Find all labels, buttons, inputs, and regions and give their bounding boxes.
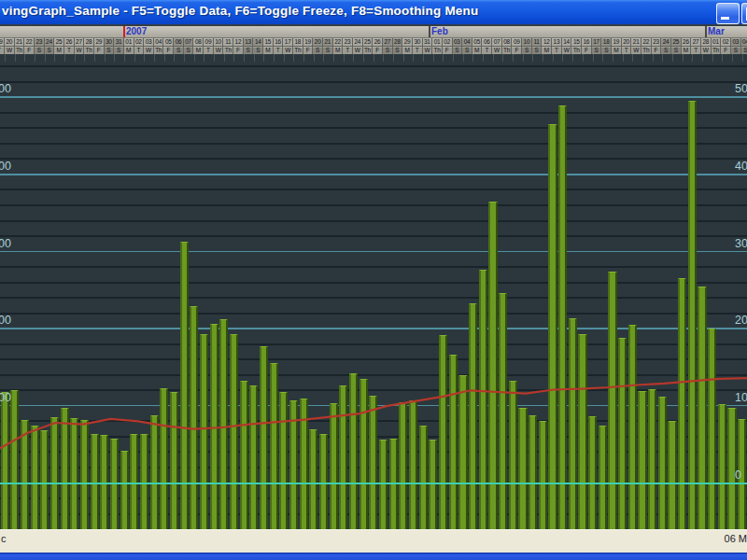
day-number-cell: 25 [671,38,682,47]
day-number-cell: 06 [482,38,492,47]
day-number-cell: 23 [35,38,45,47]
month-label: Mar [708,26,725,36]
day-number-cell: 02 [721,38,731,47]
day-number-cell: 12 [233,38,244,47]
y-axis-label-right: 300 [735,237,747,250]
day-number-cell: 09 [512,38,522,47]
day-number-cell: 05 [472,38,483,47]
day-number-cell: 28 [84,38,94,47]
day-number-cell: 26 [64,38,75,47]
chart-plot-area: 5005004004003003002002001001000 [0,54,747,529]
day-number-cell: 13 [552,38,562,47]
day-number-cell: 09 [204,38,214,47]
day-number-cell: 24 [45,38,55,47]
day-number-cell: 22 [24,38,35,47]
smoothed-average-line [0,54,747,529]
year-start-tick [123,26,125,37]
day-number-cell: 19 [303,38,314,47]
day-number-cell: 30 [105,38,115,47]
day-number-cell: 03 [453,38,463,47]
y-axis-label-right: 200 [735,314,747,327]
y-axis-label-right: 400 [735,160,747,173]
day-number-cell: 31 [114,38,124,47]
day-number-cell: 21 [631,38,641,47]
month-label: 2007 [126,26,147,36]
day-number-cell: 25 [54,38,64,47]
month-start-tick [429,26,430,37]
taskbar-strip [0,553,747,560]
day-number-cell: 27 [75,38,85,47]
zero-gridline [0,483,747,484]
day-number-cell: 29 [94,38,105,47]
day-number-cell: 20 [313,38,323,47]
day-number-cell: 22 [333,38,344,47]
day-number-cell: 03 [144,38,154,47]
day-number-cell: 18 [293,38,303,47]
day-number-cell: 01 [712,38,722,47]
day-number-cell: 31 [423,38,433,47]
day-number-cell: 27 [383,38,393,47]
day-number-cell: 21 [15,38,25,47]
day-number-cell: 20 [622,38,632,47]
window-title: vingGraph_Sample - F5=Toggle Data, F6=To… [2,4,478,18]
title-bar[interactable]: vingGraph_Sample - F5=Toggle Data, F6=To… [0,0,747,24]
day-number-cell: 30 [413,38,423,47]
minimize-button[interactable] [716,3,740,24]
y-axis-label-right: 100 [735,391,747,404]
day-number-cell: 05 [163,38,174,47]
range-start-label: c [1,533,7,544]
day-number-cell: 17 [592,38,602,47]
day-number-cell: 15 [571,38,582,47]
day-number-cell: 11 [223,38,233,47]
range-end-label: 06 M [725,533,747,544]
y-axis-label-left: 200 [0,314,11,327]
day-number-cell: 08 [502,38,513,47]
day-number-cell: 16 [274,38,284,47]
day-number-cell: 16 [582,38,592,47]
maximize-button[interactable] [741,3,747,24]
day-number-cell: 14 [253,38,263,47]
day-number-cell: 02 [443,38,453,47]
day-number-cell: 04 [462,38,472,47]
day-number-cell: 26 [373,38,383,47]
day-number-cell: 22 [641,38,652,47]
y-axis-label-right: 0 [735,469,741,482]
screen: { "window": { "title": "vingGraph_Sample… [0,0,747,560]
day-number-cell: 03 [731,38,741,47]
day-number-cell: 20 [5,38,15,47]
y-axis-label-left: 400 [0,160,11,173]
y-axis-label-left: 300 [0,237,11,250]
day-number-cell: 02 [134,38,145,47]
day-number-cell: 14 [562,38,572,47]
day-number-cell: 13 [244,38,254,47]
y-axis-label-left: 500 [0,82,11,95]
date-header-strip: 2007FebMar 19202122232425262728293031010… [0,26,747,54]
day-number-cell: 11 [532,38,543,47]
day-number-cell: 12 [542,38,552,47]
day-number-cell: 08 [193,38,204,47]
day-number-cell: 07 [492,38,502,47]
day-number-cell: 19 [612,38,622,47]
day-number-cell: 25 [363,38,374,47]
day-number-cell: 15 [263,38,274,47]
day-number-cell: 01 [432,38,443,47]
day-number-cell: 04 [154,38,164,47]
day-number-cell: 18 [601,38,612,47]
status-bar: c 06 M [0,529,747,553]
month-band: 2007FebMar [0,26,747,38]
day-number-cell: 10 [214,38,224,47]
day-number-cell: 21 [323,38,333,47]
month-label: Feb [431,26,448,36]
day-number-row: 1920212223242526272829303101020304050607… [0,38,747,47]
day-number-cell: 29 [402,38,413,47]
minimize-icon [721,17,729,20]
day-number-cell: 10 [522,38,532,47]
day-number-cell: 27 [691,38,701,47]
day-number-cell: 17 [283,38,293,47]
day-number-cell: 04 [741,38,747,47]
day-number-cell: 06 [174,38,184,47]
y-axis-label-left: 100 [0,391,11,404]
day-number-cell: 28 [393,38,403,47]
day-number-cell: 24 [353,38,363,47]
y-axis-label-right: 500 [735,82,747,95]
